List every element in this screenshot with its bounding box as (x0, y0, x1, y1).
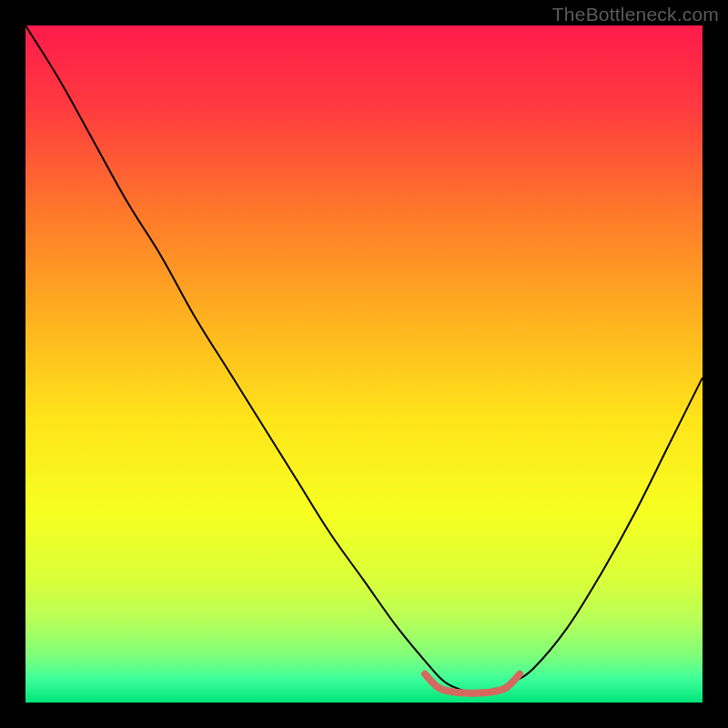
watermark-text: TheBottleneck.com (552, 4, 719, 25)
chart-frame: TheBottleneck.com (0, 0, 728, 728)
chart-svg (25, 25, 703, 703)
plot-area (25, 25, 703, 703)
gradient-background (25, 25, 703, 703)
